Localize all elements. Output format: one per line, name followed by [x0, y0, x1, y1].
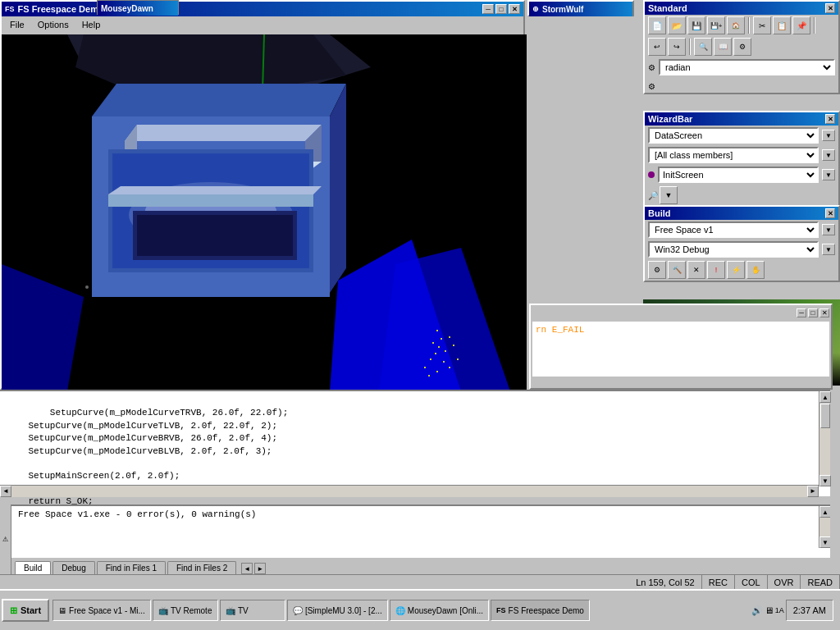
scroll-up[interactable]: ▲ — [819, 391, 831, 403]
classmembers-expand[interactable]: ▼ — [822, 149, 835, 161]
taskbar-tvremote[interactable]: 📺 TV Remote — [153, 600, 218, 621]
tab-build[interactable]: Build — [15, 561, 51, 574]
compile-btn[interactable]: ⚙ — [648, 261, 666, 279]
svg-rect-37 — [428, 375, 430, 377]
mouseydawn-window: MouseyDawn — [97, 0, 179, 15]
paste-btn[interactable]: 📌 — [792, 16, 810, 34]
maximize-button[interactable]: □ — [495, 4, 507, 14]
minimize-button[interactable]: ─ — [482, 4, 494, 14]
datascreen-expand[interactable]: ▼ — [822, 130, 835, 141]
scroll-thumb[interactable] — [820, 404, 830, 428]
ti2-icon: 📺 — [158, 606, 168, 615]
start-button[interactable]: ⊞ Start — [2, 599, 49, 622]
purple-dot — [648, 171, 655, 178]
output-scrollbar-v: ▲ ▼ — [819, 506, 830, 548]
new-btn[interactable]: 📄 — [648, 16, 666, 34]
svg-rect-25 — [432, 342, 434, 344]
build-titlebar[interactable]: Build ✕ — [645, 207, 838, 220]
menu-file[interactable]: File — [5, 18, 30, 31]
workspace-btn[interactable]: 🏠 — [727, 16, 745, 34]
svg-rect-36 — [457, 358, 459, 360]
wizardbar-close[interactable]: ✕ — [825, 114, 835, 124]
scroll-right[interactable]: ► — [807, 486, 819, 497]
standard-titlebar[interactable]: Standard ✕ — [645, 2, 838, 15]
main-window: FS FS Freespace Demo ─ □ ✕ File Options … — [0, 0, 525, 390]
build-panel: Build ✕ Free Space v1 ▼ Win32 Debug ▼ ⚙ … — [643, 205, 840, 282]
config-select[interactable]: Win32 Debug — [648, 241, 819, 258]
tab-debug[interactable]: Debug — [52, 561, 94, 574]
taskbar-simplemu[interactable]: 💬 [SimpleMU 3.0] - [2... — [287, 600, 388, 621]
rebuild-btn[interactable]: ✕ — [687, 261, 705, 279]
taskbar-mouseydawn[interactable]: 🌐 MouseyDawn [Onli... — [390, 600, 489, 621]
arrow-icon: 🔎 — [648, 191, 658, 200]
svg-rect-31 — [430, 358, 431, 360]
code-secondary-window: ─ □ ✕ rn E_FAIL — [529, 304, 833, 390]
sep1 — [748, 17, 750, 34]
wizardbar-title: WizardBar — [648, 114, 692, 124]
book-btn[interactable]: 📖 — [714, 38, 732, 56]
standard-panel: Standard ✕ 📄 📂 💾 💾+ 🏠 ✂ 📋 📌 ↩ ↪ 🔍 📖 ⚙ — [643, 0, 840, 94]
radian-select[interactable]: radian — [659, 59, 835, 75]
save-all-btn[interactable]: 💾+ — [707, 16, 725, 34]
menu-options[interactable]: Options — [33, 18, 74, 31]
project-select[interactable]: Free Space v1 — [648, 221, 819, 238]
out-scroll-up[interactable]: ▲ — [819, 506, 830, 518]
stormwulf-titlebar[interactable]: ⊕ StormWulf — [529, 2, 632, 16]
project-expand[interactable]: ▼ — [822, 224, 835, 235]
ti6-label: FS Freespace Demo — [509, 606, 584, 615]
tab-scroll-right[interactable]: ► — [254, 563, 266, 574]
svg-rect-29 — [435, 353, 436, 354]
initscreen-select[interactable]: InitScreen — [658, 167, 819, 183]
taskbar-tv[interactable]: 📺 TV — [220, 600, 285, 621]
taskbar-freespace-mi[interactable]: 🖥 Free Space v1 - Mi... — [52, 600, 151, 621]
undo-btn[interactable]: ↩ — [648, 38, 666, 56]
config-expand[interactable]: ▼ — [822, 244, 835, 255]
close-button[interactable]: ✕ — [509, 4, 520, 14]
left-indicator: ⚠ — [0, 504, 11, 574]
taskbar-items: 🖥 Free Space v1 - Mi... 📺 TV Remote 📺 TV… — [52, 600, 748, 621]
tab-scroll-left[interactable]: ◄ — [241, 563, 253, 574]
initscreen-expand[interactable]: ▼ — [822, 169, 835, 180]
save-btn[interactable]: 💾 — [687, 16, 705, 34]
properties-btn[interactable]: ⚙ — [733, 38, 751, 56]
build-btn[interactable]: 🔨 — [668, 261, 686, 279]
cut-btn[interactable]: ✂ — [753, 16, 771, 34]
scroll-down[interactable]: ▼ — [819, 475, 831, 486]
ti1-label: Free Space v1 - Mi... — [69, 606, 145, 615]
debug-btn[interactable]: ⚡ — [727, 261, 745, 279]
standard-toolbar3: ⚙ — [645, 80, 838, 93]
tab-findinfiles1[interactable]: Find in Files 1 — [97, 561, 166, 574]
wizardbar-panel: WizardBar ✕ DataScreen ▼ [All class memb… — [643, 111, 840, 208]
stop-btn[interactable]: ! — [707, 261, 725, 279]
standard-close[interactable]: ✕ — [825, 3, 835, 13]
run-btn[interactable]: ✋ — [746, 261, 765, 279]
redo-btn[interactable]: ↪ — [668, 38, 686, 56]
svg-rect-27 — [438, 346, 440, 348]
code-win-max[interactable]: □ — [808, 308, 818, 317]
code-win-min[interactable]: ─ — [797, 308, 806, 317]
taskbar: ⊞ Start 🖥 Free Space v1 - Mi... 📺 TV Rem… — [0, 589, 840, 630]
search-btn[interactable]: 🔍 — [694, 38, 712, 56]
status-col: COL — [735, 575, 768, 589]
svg-rect-24 — [441, 338, 442, 340]
svg-rect-33 — [424, 367, 426, 368]
tabs-bar: Build Debug Find in Files 1 Find in File… — [11, 558, 830, 574]
open-btn[interactable]: 📂 — [668, 16, 686, 34]
datascreen-select[interactable]: DataScreen — [648, 127, 819, 144]
wb-btn[interactable]: ▼ — [660, 186, 678, 204]
taskbar-fsdemomain[interactable]: FS FS Freespace Demo — [491, 600, 590, 621]
mouseydawn-titlebar[interactable]: MouseyDawn — [98, 1, 178, 16]
code-line-5: SetupMainScreen(2.0f, 2.0f); — [7, 471, 180, 481]
copy-btn[interactable]: 📋 — [773, 16, 791, 34]
main-titlebar[interactable]: FS FS Freespace Demo ─ □ ✕ — [2, 2, 523, 16]
out-scroll-down[interactable]: ▼ — [819, 536, 830, 548]
code-win-close[interactable]: ✕ — [819, 308, 829, 317]
build-close[interactable]: ✕ — [825, 208, 835, 218]
tab-findinfiles2[interactable]: Find in Files 2 — [167, 561, 236, 574]
classmembers-select[interactable]: [All class members] — [648, 147, 819, 163]
status-ovr: OVR — [768, 575, 801, 589]
scroll-left[interactable]: ◄ — [0, 486, 11, 497]
datascreen-row: DataScreen ▼ — [645, 126, 838, 145]
menu-help[interactable]: Help — [77, 18, 106, 31]
wizardbar-titlebar[interactable]: WizardBar ✕ — [645, 112, 838, 126]
